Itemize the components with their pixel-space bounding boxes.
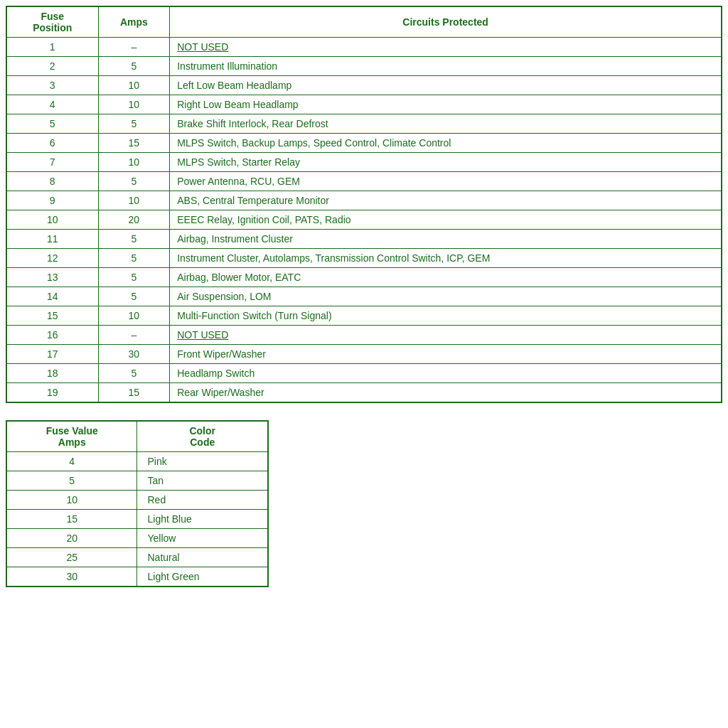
fuse-position: 1 (6, 38, 98, 57)
table-row: 615MLPS Switch, Backup Lamps, Speed Cont… (6, 134, 722, 153)
table-row: 910ABS, Central Temperature Monitor (6, 191, 722, 210)
table-row: 1915Rear Wiper/Washer (6, 383, 722, 403)
fuse-position: 8 (6, 172, 98, 191)
fuse-position: 18 (6, 364, 98, 383)
color-table-row: 5Tan (6, 471, 268, 491)
fuse-amps: – (98, 326, 170, 345)
fuse-amps: 10 (98, 95, 170, 114)
table-row: 410Right Low Beam Headlamp (6, 95, 722, 114)
fuse-circuits: MLPS Switch, Starter Relay (170, 153, 722, 172)
fuse-amps: 5 (98, 57, 170, 76)
color-fuse-amps: 25 (6, 548, 137, 567)
fuse-amps: 10 (98, 153, 170, 172)
fuse-amps: 20 (98, 210, 170, 230)
fuse-position: 12 (6, 249, 98, 268)
color-fuse-amps: 4 (6, 452, 137, 471)
fuse-amps: 5 (98, 114, 170, 134)
fuse-amps: 10 (98, 76, 170, 95)
fuse-circuits: Power Antenna, RCU, GEM (170, 172, 722, 191)
table-row: 25Instrument Illumination (6, 57, 722, 76)
color-table-row: 15Light Blue (6, 510, 268, 529)
color-name: Tan (137, 471, 268, 491)
color-fuse-amps: 5 (6, 471, 137, 491)
color-fuse-amps: 30 (6, 567, 137, 587)
fuse-main-table: FusePosition Amps Circuits Protected 1–N… (6, 6, 722, 403)
fuse-position: 17 (6, 345, 98, 364)
fuse-position: 3 (6, 76, 98, 95)
fuse-position: 4 (6, 95, 98, 114)
color-fuse-amps: 10 (6, 491, 137, 510)
fuse-circuits: NOT USED (170, 38, 722, 57)
color-name: Red (137, 491, 268, 510)
fuse-position: 2 (6, 57, 98, 76)
fuse-circuits: Instrument Cluster, Autolamps, Transmiss… (170, 249, 722, 268)
fuse-amps: 10 (98, 306, 170, 326)
fuse-circuits: Instrument Illumination (170, 57, 722, 76)
col-header-color-code: ColorCode (137, 421, 268, 452)
table-row: 185Headlamp Switch (6, 364, 722, 383)
fuse-position: 13 (6, 268, 98, 287)
fuse-circuits: Rear Wiper/Washer (170, 383, 722, 403)
fuse-amps: 5 (98, 287, 170, 306)
table-row: 16–NOT USED (6, 326, 722, 345)
fuse-circuits: Airbag, Blower Motor, EATC (170, 268, 722, 287)
fuse-position: 19 (6, 383, 98, 403)
table-row: 310Left Low Beam Headlamp (6, 76, 722, 95)
fuse-circuits: Front Wiper/Washer (170, 345, 722, 364)
fuse-circuits: NOT USED (170, 326, 722, 345)
fuse-position: 11 (6, 230, 98, 249)
table-row: 710MLPS Switch, Starter Relay (6, 153, 722, 172)
fuse-position: 5 (6, 114, 98, 134)
table-row: 1510Multi-Function Switch (Turn Signal) (6, 306, 722, 326)
fuse-circuits: ABS, Central Temperature Monitor (170, 191, 722, 210)
fuse-amps: 15 (98, 383, 170, 403)
color-table-row: 25Natural (6, 548, 268, 567)
table-row: 1–NOT USED (6, 38, 722, 57)
fuse-amps: 10 (98, 191, 170, 210)
fuse-circuits: Multi-Function Switch (Turn Signal) (170, 306, 722, 326)
table-row: 85Power Antenna, RCU, GEM (6, 172, 722, 191)
color-table-row: 20Yellow (6, 529, 268, 548)
fuse-circuits: Airbag, Instrument Cluster (170, 230, 722, 249)
col-header-fuse-value: Fuse ValueAmps (6, 421, 137, 452)
color-name: Pink (137, 452, 268, 471)
table-row: 145Air Suspension, LOM (6, 287, 722, 306)
color-table-row: 10Red (6, 491, 268, 510)
fuse-color-table: Fuse ValueAmps ColorCode 4Pink5Tan10Red1… (6, 420, 269, 587)
color-name: Light Green (137, 567, 268, 587)
color-fuse-amps: 20 (6, 529, 137, 548)
fuse-amps: 5 (98, 364, 170, 383)
fuse-circuits: Right Low Beam Headlamp (170, 95, 722, 114)
fuse-circuits: Headlamp Switch (170, 364, 722, 383)
fuse-amps: 15 (98, 134, 170, 153)
fuse-circuits: Left Low Beam Headlamp (170, 76, 722, 95)
fuse-circuits: Brake Shift Interlock, Rear Defrost (170, 114, 722, 134)
fuse-position: 6 (6, 134, 98, 153)
fuse-circuits: MLPS Switch, Backup Lamps, Speed Control… (170, 134, 722, 153)
fuse-position: 7 (6, 153, 98, 172)
table-row: 125Instrument Cluster, Autolamps, Transm… (6, 249, 722, 268)
fuse-circuits: EEEC Relay, Ignition Coil, PATS, Radio (170, 210, 722, 230)
color-name: Natural (137, 548, 268, 567)
fuse-amps: – (98, 38, 170, 57)
fuse-position: 16 (6, 326, 98, 345)
col-header-circuits: Circuits Protected (170, 6, 722, 38)
fuse-amps: 30 (98, 345, 170, 364)
fuse-circuits: Air Suspension, LOM (170, 287, 722, 306)
fuse-position: 9 (6, 191, 98, 210)
fuse-amps: 5 (98, 268, 170, 287)
col-header-amps: Amps (98, 6, 170, 38)
table-row: 115Airbag, Instrument Cluster (6, 230, 722, 249)
fuse-amps: 5 (98, 230, 170, 249)
fuse-position: 10 (6, 210, 98, 230)
table-row: 135Airbag, Blower Motor, EATC (6, 268, 722, 287)
color-table-row: 4Pink (6, 452, 268, 471)
table-row: 1730Front Wiper/Washer (6, 345, 722, 364)
fuse-amps: 5 (98, 249, 170, 268)
col-header-position: FusePosition (6, 6, 98, 38)
color-name: Light Blue (137, 510, 268, 529)
color-fuse-amps: 15 (6, 510, 137, 529)
color-table-row: 30Light Green (6, 567, 268, 587)
fuse-position: 14 (6, 287, 98, 306)
table-row: 55Brake Shift Interlock, Rear Defrost (6, 114, 722, 134)
